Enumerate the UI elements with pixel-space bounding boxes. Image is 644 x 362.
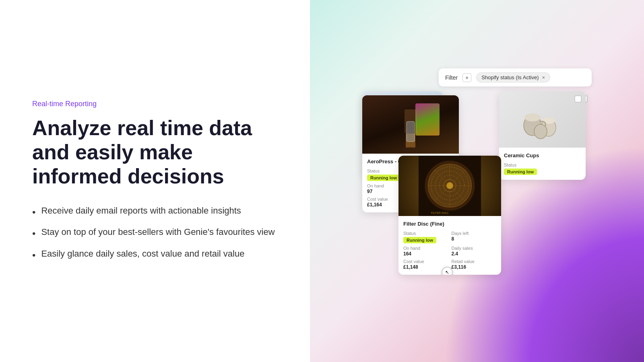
- cards-wrapper: AeroPress - Coffee Maker Status Running …: [362, 91, 592, 292]
- svg-point-7: [542, 117, 555, 124]
- svg-rect-3: [407, 121, 415, 142]
- filter-disc-cost-field: Cost value £1,148: [403, 259, 448, 270]
- bullet-item-1: Receive daily email reports with actiona…: [32, 205, 278, 219]
- filter-plus-button[interactable]: +: [462, 73, 471, 82]
- filter-disc-svg: FILTER DISC: [398, 156, 501, 216]
- svg-point-8: [534, 124, 547, 139]
- filter-disc-daysleft-field: Days left 8: [452, 231, 497, 243]
- svg-point-5: [524, 113, 541, 121]
- bullet-list: Receive daily email reports with actiona…: [32, 205, 278, 262]
- filter-disc-retail-field: Retail value £3,116: [452, 259, 497, 270]
- aeropress-image: [362, 95, 459, 154]
- ceramic-title: Ceramic Cups: [504, 152, 581, 158]
- filter-disc-title: Filter Disc (Fine): [403, 221, 496, 227]
- filter-label: Filter: [445, 74, 458, 81]
- main-heading: Analyze real time data and easily make i…: [32, 116, 278, 188]
- product-card-ceramic[interactable]: Ceramic Cups Status Running low: [499, 91, 586, 180]
- ceramic-cups-svg: [516, 93, 569, 146]
- svg-point-2: [402, 147, 419, 152]
- ceramic-image: [499, 91, 586, 148]
- ceramic-status-badge: Running low: [504, 169, 537, 175]
- bullet-item-2: Stay on top of your best-sellers with Ge…: [32, 226, 278, 241]
- filter-disc-daily-field: Daily sales 2.4: [452, 246, 497, 257]
- aeropress-status-badge: Running low: [367, 175, 400, 181]
- svg-text:FILTER DISC: FILTER DISC: [431, 211, 449, 215]
- filter-disc-status-field: Status Running low: [403, 231, 448, 243]
- sleeve-decor: [415, 103, 440, 136]
- card2-checkbox[interactable]: [574, 95, 582, 103]
- section-label: Real-time Reporting: [32, 100, 278, 108]
- filter-badge-text: Shopify status (Is Active): [481, 74, 539, 80]
- cursor-pointer: ↖: [442, 267, 453, 275]
- filter-disc-status-badge: Running low: [403, 237, 436, 243]
- filter-disc-card-body: Filter Disc (Fine) Status Running low Da…: [398, 216, 501, 275]
- bullet-item-3: Easily glance daily sales, cost value an…: [32, 248, 278, 262]
- right-panel: Filter + Shopify status (Is Active) ×: [310, 0, 644, 362]
- filter-disc-image: FILTER DISC: [398, 156, 501, 216]
- product-card-filter-disc[interactable]: FILTER DISC Filter Disc (Fine) Status Ru…: [398, 156, 501, 275]
- dashboard-area: Filter + Shopify status (Is Active) ×: [362, 68, 592, 294]
- ceramic-status-field: Status Running low: [504, 162, 581, 175]
- filter-badge: Shopify status (Is Active) ×: [476, 72, 550, 82]
- filter-disc-stats: Status Running low Days left 8 On hand 1…: [403, 231, 496, 270]
- ceramic-card-body: Ceramic Cups Status Running low: [499, 148, 586, 180]
- filter-disc-onhand-field: On hand 164: [403, 246, 448, 257]
- left-panel: Real-time Reporting Analyze real time da…: [0, 0, 310, 362]
- svg-point-22: [446, 182, 453, 189]
- filter-bar: Filter + Shopify status (Is Active) ×: [439, 68, 592, 86]
- filter-badge-close[interactable]: ×: [542, 74, 545, 80]
